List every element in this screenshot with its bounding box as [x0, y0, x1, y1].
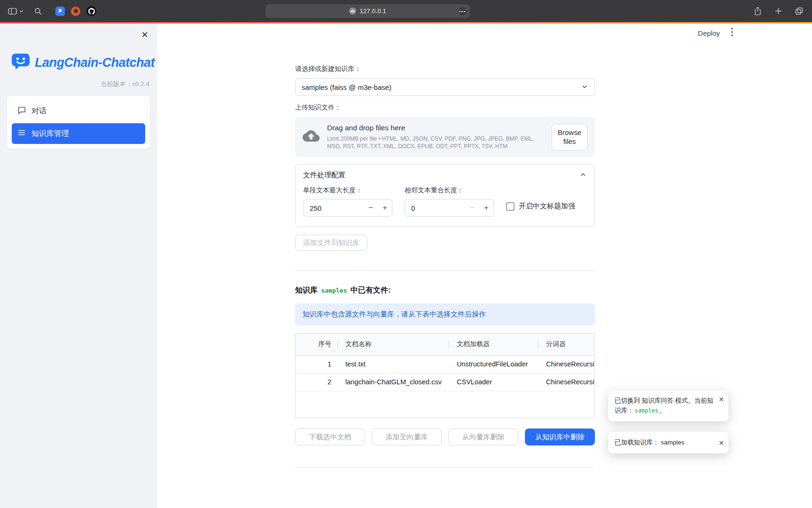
checkbox-box[interactable]: [506, 202, 515, 211]
github-icon[interactable]: [86, 6, 96, 16]
address-bar[interactable]: 127.0.0.1 •••: [265, 4, 470, 18]
file-config-expander: 文件处理配置 单段文本最大长度： 250 − + 相邻文: [295, 164, 595, 227]
divider: [295, 270, 595, 270]
cell-index: 2: [296, 373, 338, 391]
max-length-field: 单段文本最大长度： 250 − +: [303, 186, 392, 217]
col-header-loader: 文档加载器: [449, 333, 539, 355]
kb-select-value: samples (faiss @ m3e-base): [302, 83, 391, 91]
sidebar-item-knowledge-base[interactable]: 知识库管理: [12, 123, 145, 144]
col-header-index: 序号: [296, 333, 338, 355]
heading-prefix: 知识库: [295, 286, 320, 294]
chat-bubble-icon: [17, 106, 26, 116]
search-icon[interactable]: [34, 7, 42, 16]
download-selected-button[interactable]: 下载选中文档: [295, 429, 365, 445]
sidebar: ✕ LangChain-Chatchat 当前版本：v0.2.4 对话: [0, 24, 157, 508]
cell-loader: CSVLoader: [449, 373, 539, 391]
kb-select-label: 请选择或新建知识库：: [295, 65, 595, 73]
info-box: 知识库中包含源文件与向量库，请从下表中选择文件后操作: [295, 303, 595, 325]
logo-chat-icon: [11, 53, 30, 72]
heading-code: samples: [320, 287, 348, 294]
expander-title: 文件处理配置: [303, 171, 345, 180]
kb-select[interactable]: samples (faiss @ m3e-base): [295, 78, 595, 96]
sidebar-item-label: 对话: [31, 106, 47, 116]
table-row[interactable]: 1 test.txt UnstructuredFileLoader Chines…: [296, 355, 595, 373]
max-length-input[interactable]: 250 − +: [303, 199, 392, 217]
url-text: 127.0.0.1: [359, 8, 386, 15]
kebab-menu-icon[interactable]: [731, 28, 733, 38]
chevron-down-icon: [581, 83, 588, 92]
col-header-splitter: 分词器: [539, 333, 595, 355]
existing-files-heading: 知识库 samples 中已有文件:: [295, 286, 595, 295]
share-icon[interactable]: [753, 6, 762, 16]
tab-overview-icon[interactable]: [795, 7, 804, 16]
decrement-button[interactable]: −: [465, 203, 479, 213]
page-settings-icon[interactable]: •••: [458, 7, 467, 16]
increment-button[interactable]: +: [378, 203, 392, 213]
max-length-value: 250: [304, 204, 364, 212]
files-table: 序号 文档名称 文档加载器 分词器 1 test.txt Unstructure…: [295, 333, 595, 418]
cell-loader: UnstructuredFileLoader: [449, 355, 539, 373]
heading-suffix: 中已有文件:: [348, 286, 390, 294]
cell-docname: langchain-ChatGLM_closed.csv: [338, 373, 449, 391]
overlap-value: 0: [405, 204, 465, 212]
action-buttons: 下载选中文档 添加至向量库 从向量库删除 从知识库中删除: [295, 429, 595, 445]
sidebar-nav: 对话 知识库管理: [7, 96, 150, 149]
stack-list-icon: [17, 128, 26, 139]
deploy-button[interactable]: Deploy: [698, 29, 720, 37]
sidebar-toggle-button[interactable]: [8, 7, 23, 16]
max-length-label: 单段文本最大长度：: [303, 186, 392, 195]
close-icon[interactable]: ✕: [718, 438, 724, 449]
extension-orange-icon[interactable]: [71, 7, 80, 16]
upload-label: 上传知识文件：: [295, 103, 595, 112]
new-tab-icon[interactable]: [774, 7, 782, 15]
toast-mode-switched: 已切换到 知识库问答 模式。当前知识库：samples。 ✕: [608, 390, 728, 421]
expander-header[interactable]: 文件处理配置: [296, 165, 594, 185]
sidebar-toggle-icon: [8, 7, 17, 16]
delete-from-kb-button[interactable]: 从知识库中删除: [525, 429, 595, 445]
add-to-vectorstore-button[interactable]: 添加至向量库: [372, 429, 442, 445]
app-logo: LangChain-Chatchat: [11, 53, 157, 72]
toast-text: 。: [659, 407, 666, 414]
table-row[interactable]: 2 langchain-ChatGLM_closed.csv CSVLoader…: [296, 373, 595, 391]
browser-chrome: 127.0.0.1 •••: [0, 0, 812, 22]
overlap-input[interactable]: 0 − +: [405, 199, 494, 217]
extension-blue-icon[interactable]: [55, 7, 65, 16]
chevron-down-icon: [19, 9, 23, 13]
sidebar-item-label: 知识库管理: [31, 129, 69, 139]
toast-text: 已加载知识库： samples: [615, 438, 685, 448]
decrement-button[interactable]: −: [364, 203, 378, 213]
cell-index: 1: [296, 355, 338, 373]
checkbox-label: 开启中文标题加强: [519, 202, 575, 211]
cell-docname: test.txt: [338, 355, 449, 373]
sidebar-close-icon[interactable]: ✕: [138, 28, 151, 41]
dropzone-limit-text: Limit 200MB per file • HTML, MD, JSON, C…: [327, 135, 544, 150]
chevron-up-icon: [579, 171, 587, 180]
file-dropzone[interactable]: Drag and drop files here Limit 200MB per…: [295, 117, 595, 157]
increment-button[interactable]: +: [479, 203, 493, 213]
delete-from-vectorstore-button[interactable]: 从向量库删除: [448, 429, 518, 445]
sidebar-item-dialogue[interactable]: 对话: [12, 101, 145, 121]
dropzone-title: Drag and drop files here: [327, 124, 544, 132]
zh-title-enhance-checkbox[interactable]: 开启中文标题加强: [506, 202, 575, 211]
overlap-field: 相邻文本重合长度： 0 − +: [405, 186, 494, 217]
version-text: 当前版本：v0.2.4: [0, 80, 149, 88]
toast-kb-loaded: 已加载知识库： samples ✕: [608, 432, 728, 453]
add-files-button[interactable]: 添加文件到知识库: [295, 235, 367, 251]
browse-files-button[interactable]: Browse files: [552, 124, 587, 151]
toast-code: samples: [634, 407, 660, 414]
cloud-upload-icon: [303, 129, 320, 145]
close-icon[interactable]: ✕: [718, 395, 724, 405]
overlap-label: 相邻文本重合长度：: [405, 186, 494, 195]
divider: [295, 467, 595, 468]
table-header-row: 序号 文档名称 文档加载器 分词器: [296, 333, 595, 355]
site-favicon: [349, 8, 356, 15]
col-header-docname: 文档名称: [338, 333, 449, 355]
logo-text: LangChain-Chatchat: [35, 56, 155, 70]
cell-splitter: ChineseRecursiveT: [539, 373, 595, 391]
cell-splitter: ChineseRecursiveT: [539, 355, 595, 373]
